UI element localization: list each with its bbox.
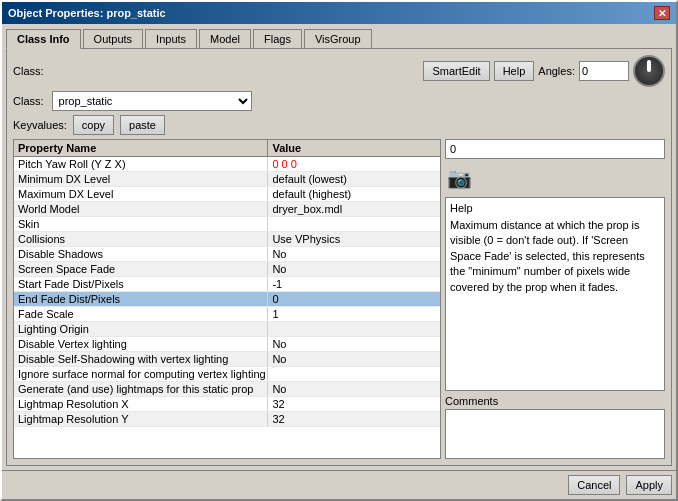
table-row[interactable]: Minimum DX Leveldefault (lowest) bbox=[14, 172, 440, 187]
cell-property: Disable Self-Shadowing with vertex light… bbox=[14, 352, 268, 366]
cell-value bbox=[268, 322, 440, 336]
copy-button[interactable]: copy bbox=[73, 115, 114, 135]
help-button[interactable]: Help bbox=[494, 61, 535, 81]
cell-property: Disable Shadows bbox=[14, 247, 268, 261]
class-select[interactable]: prop_static bbox=[52, 91, 252, 111]
content-area: Class Info Outputs Inputs Model Flags Vi… bbox=[2, 24, 676, 470]
window-title: Object Properties: prop_static bbox=[8, 7, 166, 19]
angles-input[interactable] bbox=[579, 61, 629, 81]
icon-area: 📷 bbox=[445, 163, 665, 193]
table-body: Pitch Yaw Roll (Y Z X)0 0 0Minimum DX Le… bbox=[14, 157, 440, 458]
tab-inputs[interactable]: Inputs bbox=[145, 29, 197, 49]
table-row[interactable]: Skin bbox=[14, 217, 440, 232]
smart-help-row: SmartEdit Help Angles: bbox=[423, 55, 665, 87]
cell-value bbox=[268, 367, 440, 381]
cell-value: 1 bbox=[268, 307, 440, 321]
footer: Cancel Apply bbox=[2, 470, 676, 499]
table-row[interactable]: End Fade Dist/Pixels0 bbox=[14, 292, 440, 307]
table-row[interactable]: Lightmap Resolution Y32 bbox=[14, 412, 440, 427]
table-row[interactable]: Screen Space FadeNo bbox=[14, 262, 440, 277]
class-spacer-label: Class: bbox=[13, 95, 44, 107]
cell-value: default (lowest) bbox=[268, 172, 440, 186]
keyvalues-label: Keyvalues: bbox=[13, 119, 67, 131]
table-row[interactable]: Disable Vertex lightingNo bbox=[14, 337, 440, 352]
table-row[interactable]: Ignore surface normal for computing vert… bbox=[14, 367, 440, 382]
cell-property: Fade Scale bbox=[14, 307, 268, 321]
help-title: Help bbox=[450, 202, 660, 214]
cell-value: 32 bbox=[268, 412, 440, 426]
table-row[interactable]: Start Fade Dist/Pixels-1 bbox=[14, 277, 440, 292]
comments-section: Comments bbox=[445, 395, 665, 459]
cell-value: No bbox=[268, 382, 440, 396]
comments-textarea[interactable] bbox=[445, 409, 665, 459]
main-panel: Class: SmartEdit Help Angles: Class: pro… bbox=[6, 48, 672, 466]
cell-value bbox=[268, 217, 440, 231]
cell-property: Lightmap Resolution X bbox=[14, 397, 268, 411]
cell-property: Lightmap Resolution Y bbox=[14, 412, 268, 426]
class-label: Class: bbox=[13, 65, 53, 77]
angles-label: Angles: bbox=[538, 65, 575, 77]
cell-property: Pitch Yaw Roll (Y Z X) bbox=[14, 157, 268, 171]
close-button[interactable]: ✕ bbox=[654, 6, 670, 20]
cell-value: No bbox=[268, 352, 440, 366]
cell-value: No bbox=[268, 262, 440, 276]
cell-property: Collisions bbox=[14, 232, 268, 246]
top-row: Class: SmartEdit Help Angles: bbox=[13, 55, 665, 87]
cell-value: 32 bbox=[268, 397, 440, 411]
help-section: Help Maximum distance at which the prop … bbox=[445, 197, 665, 391]
table-row[interactable]: Fade Scale1 bbox=[14, 307, 440, 322]
paste-button[interactable]: paste bbox=[120, 115, 165, 135]
help-text: Maximum distance at which the prop is vi… bbox=[450, 218, 660, 295]
smart-edit-button[interactable]: SmartEdit bbox=[423, 61, 489, 81]
tab-model[interactable]: Model bbox=[199, 29, 251, 49]
tab-flags[interactable]: Flags bbox=[253, 29, 302, 49]
table-row[interactable]: Generate (and use) lightmaps for this st… bbox=[14, 382, 440, 397]
tab-outputs[interactable]: Outputs bbox=[83, 29, 144, 49]
value-input[interactable] bbox=[445, 139, 665, 159]
cell-property: End Fade Dist/Pixels bbox=[14, 292, 268, 306]
header-property: Property Name bbox=[14, 140, 268, 156]
table-row[interactable]: Pitch Yaw Roll (Y Z X)0 0 0 bbox=[14, 157, 440, 172]
cell-property: Minimum DX Level bbox=[14, 172, 268, 186]
main-window: Object Properties: prop_static ✕ Class I… bbox=[0, 0, 678, 501]
cell-value: default (highest) bbox=[268, 187, 440, 201]
cell-value: -1 bbox=[268, 277, 440, 291]
angles-section: Angles: bbox=[538, 55, 665, 87]
camera-icon: 📷 bbox=[447, 166, 472, 190]
table-row[interactable]: Disable Self-Shadowing with vertex light… bbox=[14, 352, 440, 367]
header-value: Value bbox=[268, 140, 440, 156]
comments-label: Comments bbox=[445, 395, 665, 407]
cell-value: No bbox=[268, 247, 440, 261]
title-bar: Object Properties: prop_static ✕ bbox=[2, 2, 676, 24]
tab-class-info[interactable]: Class Info bbox=[6, 29, 81, 49]
cell-property: Generate (and use) lightmaps for this st… bbox=[14, 382, 268, 396]
tab-bar: Class Info Outputs Inputs Model Flags Vi… bbox=[6, 28, 672, 48]
table-row[interactable]: Maximum DX Leveldefault (highest) bbox=[14, 187, 440, 202]
table-row[interactable]: Disable ShadowsNo bbox=[14, 247, 440, 262]
cell-property: Lighting Origin bbox=[14, 322, 268, 336]
cell-property: Start Fade Dist/Pixels bbox=[14, 277, 268, 291]
table-row[interactable]: Lighting Origin bbox=[14, 322, 440, 337]
cell-property: Skin bbox=[14, 217, 268, 231]
tab-visgroup[interactable]: VisGroup bbox=[304, 29, 372, 49]
cell-value: dryer_box.mdl bbox=[268, 202, 440, 216]
cell-property: Disable Vertex lighting bbox=[14, 337, 268, 351]
cell-property: Screen Space Fade bbox=[14, 262, 268, 276]
apply-button[interactable]: Apply bbox=[626, 475, 672, 495]
cell-property: World Model bbox=[14, 202, 268, 216]
body-area: Property Name Value Pitch Yaw Roll (Y Z … bbox=[13, 139, 665, 459]
cell-value: No bbox=[268, 337, 440, 351]
right-panel: 📷 Help Maximum distance at which the pro… bbox=[445, 139, 665, 459]
table-row[interactable]: Lightmap Resolution X32 bbox=[14, 397, 440, 412]
cancel-button[interactable]: Cancel bbox=[568, 475, 620, 495]
cell-property: Maximum DX Level bbox=[14, 187, 268, 201]
cell-property: Ignore surface normal for computing vert… bbox=[14, 367, 268, 381]
class-input-row: Class: prop_static bbox=[13, 91, 665, 111]
properties-table: Property Name Value Pitch Yaw Roll (Y Z … bbox=[13, 139, 441, 459]
table-row[interactable]: CollisionsUse VPhysics bbox=[14, 232, 440, 247]
table-header: Property Name Value bbox=[14, 140, 440, 157]
cell-value: 0 0 0 bbox=[268, 157, 440, 171]
cell-value: 0 bbox=[268, 292, 440, 306]
angle-knob[interactable] bbox=[633, 55, 665, 87]
table-row[interactable]: World Modeldryer_box.mdl bbox=[14, 202, 440, 217]
